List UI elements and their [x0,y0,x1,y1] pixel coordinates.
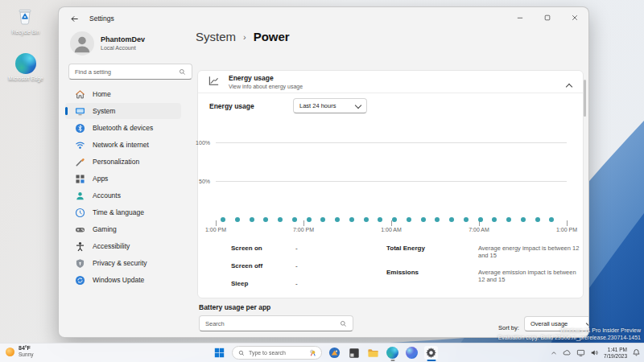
close-button[interactable] [561,7,588,28]
sidebar-item-personalization[interactable]: Personalization [65,154,181,170]
display-tray-icon[interactable] [576,348,585,357]
sidebar-nav: HomeSystemBluetooth & devicesNetwork & i… [59,86,188,289]
card-subtitle: View info about energy usage [229,84,303,89]
running-indicator [390,360,394,361]
find-setting-placeholder: Find a setting [75,68,111,76]
energy-usage-card: Energy usage View info about energy usag… [197,70,584,298]
sidebar-item-apps[interactable]: Apps [65,171,181,187]
sidebar-item-network-internet[interactable]: Network & internet [65,137,181,153]
sidebar-item-bluetooth-devices[interactable]: Bluetooth & devices [65,120,181,136]
x-axis-label: 7:00 PM [293,227,314,232]
energy-data-point [278,217,283,222]
sidebar-item-label: Personalization [93,158,139,166]
energy-data-point [250,217,254,222]
collapse-card-button[interactable] [567,78,572,93]
sidebar-item-accessibility[interactable]: Accessibility [65,238,181,254]
sidebar-item-label: Privacy & security [93,259,147,267]
sidebar-item-time-language[interactable]: Time & language [65,204,181,220]
stat-value-sleep: - [295,280,298,287]
notifications-button[interactable] [632,348,641,357]
window-controls [506,7,588,28]
minimize-button[interactable] [506,7,534,28]
swirl-logo [406,347,418,359]
energy-usage-row-label: Energy usage [209,102,254,110]
edge-icon [15,53,36,74]
sidebar-item-label: Windows Update [93,276,144,284]
breadcrumb-system[interactable]: System [196,30,236,43]
time-range-dropdown[interactable]: Last 24 hours [293,98,367,113]
battery-usage-heading: Battery usage per app [199,303,270,311]
taskbar-search[interactable]: Type to search [232,346,322,360]
edge-logo [386,347,398,359]
taskbar-app-gear[interactable] [424,346,438,360]
y-axis-label: 50% [186,179,210,184]
sidebar-item-windows-update[interactable]: Windows Update [65,272,181,288]
maximize-button[interactable] [534,7,561,28]
taskbar-app-app-colorful[interactable] [328,346,341,360]
start-button[interactable] [213,346,226,360]
stat-label-emissions: Emissions [386,269,419,276]
breadcrumb: System › Power [196,30,290,43]
person-icon [70,31,94,56]
settings-window: Settings PhantomDev Local Account Find a… [58,6,589,338]
taskbar-app-dark-app[interactable] [347,346,361,360]
stat-label-total-energy: Total Energy [386,245,425,252]
desktop-icon-microsoft-edge[interactable]: Microsoft Edge [3,53,48,82]
avatar[interactable] [70,31,94,56]
weather-temp: 84°F [19,345,33,352]
clock[interactable]: 1:41 PM 7/19/2023 [604,347,627,359]
find-setting-search[interactable]: Find a setting [68,64,192,80]
sidebar-item-label: System [93,107,115,115]
sort-value: Overall usage [530,320,568,327]
sidebar-item-home[interactable]: Home [65,86,181,102]
taskbar: 84°F Sunny Type to search [0,343,644,362]
x-axis-tick [216,220,217,226]
x-axis-label: 1:00 AM [381,227,402,232]
window-title: Settings [89,14,114,23]
accounts-icon [75,191,85,201]
back-button[interactable] [65,11,83,26]
energy-data-point [449,217,454,222]
bell-icon [632,348,641,357]
stat-value-screen-off: - [295,262,298,269]
taskbar-apps [328,346,438,360]
sidebar-item-label: Time & language [93,208,144,216]
energy-data-point [364,217,369,222]
energy-data-point [506,217,511,222]
card-divider [198,93,583,93]
onedrive-tray-icon[interactable] [563,348,572,357]
scrollbar[interactable] [584,80,586,117]
energy-data-point [464,217,469,222]
weather-widget[interactable]: 84°F Sunny [6,345,33,358]
taskbar-app-swirl[interactable] [405,346,419,360]
volume-tray-icon[interactable] [590,348,599,357]
app-search-input[interactable]: Search [199,315,353,331]
stat-desc-total-energy: Average energy impact is between 12 and … [478,245,580,259]
update-icon [75,275,85,286]
app-search-placeholder: Search [205,320,225,327]
energy-data-point [407,217,411,222]
desktop-icon-recycle-bin[interactable]: Recycle Bin [3,6,48,35]
sidebar-item-label: Bluetooth & devices [93,124,153,132]
chevron-down-icon [355,101,361,108]
energy-data-point [263,217,268,222]
time-range-value: Last 24 hours [299,102,336,109]
card-title: Energy usage [229,74,274,82]
sidebar-item-accounts[interactable]: Accounts [65,187,181,204]
taskbar-app-folder[interactable] [366,346,380,360]
chevron-down-icon [586,319,589,326]
bluetooth-icon [75,123,85,134]
tray-time: 1:41 PM [604,347,627,353]
weather-condition: Sunny [19,352,33,358]
sidebar-item-system[interactable]: System [65,103,181,119]
sidebar-item-gaming[interactable]: Gaming [65,221,181,237]
taskbar-app-edge[interactable] [386,346,399,360]
sidebar-item-privacy-security[interactable]: Privacy & security [65,255,181,271]
chart-gridline [216,181,567,182]
energy-data-point [421,217,426,222]
hidden-icons-button[interactable] [549,348,558,357]
speaker-icon [590,348,599,357]
accessibility-icon [75,241,85,252]
x-axis-label: 1:00 PM [205,227,226,232]
search-icon [238,350,245,356]
